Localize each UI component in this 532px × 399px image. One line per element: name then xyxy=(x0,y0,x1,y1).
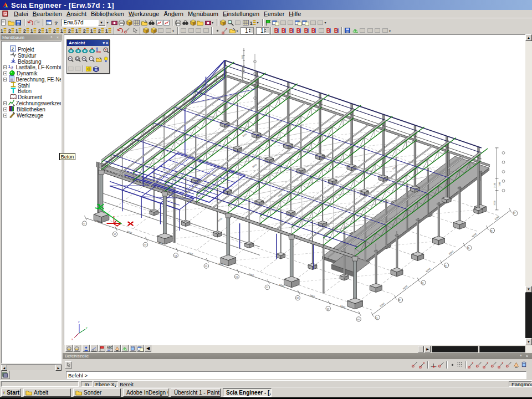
svg-text:56: 56 xyxy=(236,276,238,278)
svg-text:2: 2 xyxy=(68,28,71,34)
svg-text:6250: 6250 xyxy=(471,232,477,238)
svg-text:1: 1 xyxy=(250,20,253,25)
svg-text:6250: 6250 xyxy=(425,267,431,273)
svg-text:5850: 5850 xyxy=(309,294,315,298)
svg-text:2: 2 xyxy=(83,28,86,34)
svg-text:32: 32 xyxy=(398,299,401,301)
svg-text:60: 60 xyxy=(357,319,360,321)
svg-text:1: 1 xyxy=(30,28,33,34)
svg-text:5081: 5081 xyxy=(242,132,248,137)
svg-text:4750: 4750 xyxy=(217,217,223,222)
svg-text:1: 1 xyxy=(105,28,108,34)
svg-text:2: 2 xyxy=(98,28,101,34)
svg-text:2: 2 xyxy=(8,28,11,34)
svg-text:5850: 5850 xyxy=(340,305,346,309)
svg-text:5850: 5850 xyxy=(127,230,133,234)
svg-text:?: ? xyxy=(55,19,58,25)
svg-text:52: 52 xyxy=(114,233,116,236)
svg-text:51: 51 xyxy=(83,223,85,225)
svg-text:2: 2 xyxy=(23,28,26,34)
svg-text:57: 57 xyxy=(266,287,268,289)
svg-text:3530: 3530 xyxy=(494,200,497,206)
svg-text:z: z xyxy=(78,320,80,324)
svg-text:6250: 6250 xyxy=(402,284,408,290)
svg-text:N: N xyxy=(95,68,97,71)
svg-text:6250: 6250 xyxy=(379,302,385,308)
svg-text:x: x xyxy=(71,337,73,341)
svg-text:33: 33 xyxy=(421,282,423,284)
svg-text:35: 35 xyxy=(467,247,469,249)
svg-text:1: 1 xyxy=(60,28,63,34)
svg-text:C: C xyxy=(88,67,90,71)
svg-text:59: 59 xyxy=(327,308,329,310)
svg-text:9000: 9000 xyxy=(252,163,258,168)
svg-text:2: 2 xyxy=(53,28,56,34)
svg-text:6250: 6250 xyxy=(448,250,454,255)
svg-text:1: 1 xyxy=(8,64,10,68)
svg-text:58: 58 xyxy=(296,297,299,299)
svg-text:2: 2 xyxy=(38,28,41,34)
svg-text:1: 1 xyxy=(90,28,93,34)
svg-text:6250: 6250 xyxy=(494,215,500,221)
svg-text:2190: 2190 xyxy=(494,182,497,188)
svg-text:2400: 2400 xyxy=(242,55,244,59)
svg-text:6250: 6250 xyxy=(392,165,398,171)
svg-text:37: 37 xyxy=(513,212,515,214)
svg-text:34: 34 xyxy=(444,265,447,267)
svg-text:1: 1 xyxy=(1,28,3,34)
svg-text:31: 31 xyxy=(375,317,377,319)
svg-text:36: 36 xyxy=(490,230,492,232)
svg-text:1: 1 xyxy=(45,28,48,34)
svg-text:1: 1 xyxy=(75,28,78,34)
svg-text:54: 54 xyxy=(175,255,177,257)
svg-text:53: 53 xyxy=(144,244,146,246)
svg-text:55: 55 xyxy=(205,265,207,268)
svg-text:7480: 7480 xyxy=(499,181,502,187)
svg-text:y: y xyxy=(86,326,88,329)
svg-text:1: 1 xyxy=(16,28,18,34)
svg-text:ABC: ABC xyxy=(107,346,112,349)
